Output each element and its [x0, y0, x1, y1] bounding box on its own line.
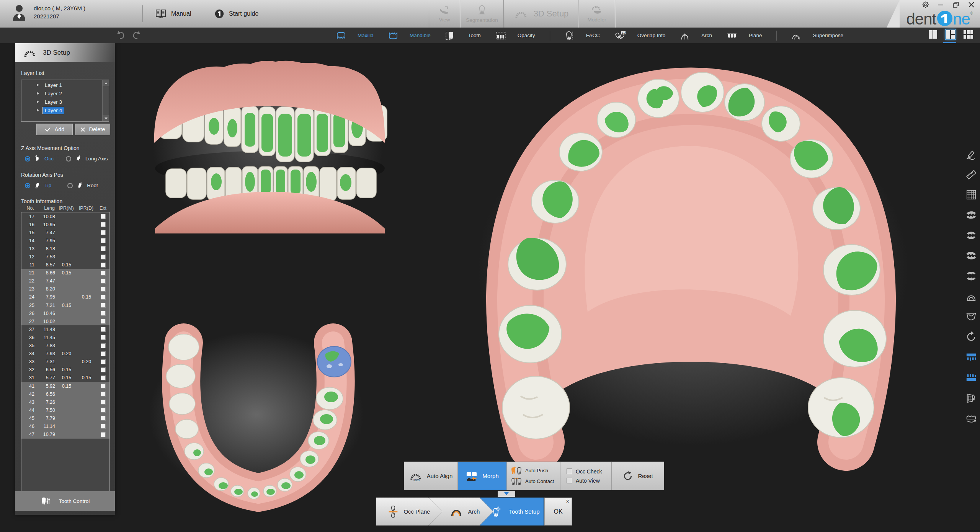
start-guide-button[interactable]: Start guide [214, 0, 258, 28]
layer-list-item[interactable]: Layer 4 [21, 106, 102, 114]
toolbar-arch[interactable]: Arch [680, 31, 712, 40]
layer-expand-icon[interactable] [37, 83, 39, 86]
toolbar-plane[interactable]: Plane [727, 32, 762, 39]
tool-view-frontal[interactable] [964, 228, 978, 242]
nav-3d-setup[interactable]: 3D Setup [504, 0, 578, 28]
ext-checkbox[interactable] [101, 279, 106, 284]
table-row[interactable]: 44 7.50 [21, 406, 109, 414]
ext-checkbox[interactable] [101, 295, 106, 300]
table-row[interactable]: 41 5.92 0.15 [21, 382, 109, 390]
tool-pen[interactable] [964, 147, 978, 161]
ext-checkbox[interactable] [101, 359, 106, 364]
minimize-button[interactable] [937, 2, 944, 8]
auto-push-button[interactable]: Auto Push [507, 466, 560, 475]
reset-button[interactable]: Reset [612, 462, 664, 490]
table-row[interactable]: 15 7.47 [21, 228, 109, 237]
tool-flip-view[interactable] [964, 391, 978, 405]
morph-dropdown-button[interactable] [498, 491, 515, 497]
restore-button[interactable] [952, 2, 959, 8]
scroll-up-icon[interactable] [103, 80, 109, 86]
ext-checkbox[interactable] [101, 246, 106, 251]
ext-checkbox[interactable] [101, 319, 106, 324]
toolbar-overlap-info[interactable]: 1.0 Overlap Info [614, 31, 666, 41]
auto-contact-button[interactable]: Auto Contact [507, 477, 560, 486]
ext-checkbox[interactable] [101, 432, 106, 437]
layout-grid-button[interactable] [963, 29, 973, 39]
close-button[interactable] [968, 2, 975, 8]
toolbar-opacity[interactable]: Opacity [495, 31, 535, 40]
tool-grid[interactable] [964, 188, 978, 202]
layout-quad-button[interactable] [946, 29, 956, 39]
layout-two-pane-button[interactable] [928, 29, 938, 39]
tooth-control-button[interactable]: Tooth Control [15, 491, 115, 511]
tool-view-left-lateral[interactable] [964, 249, 978, 263]
table-row[interactable]: 42 6.56 [21, 390, 109, 398]
tool-show-maxilla[interactable] [964, 350, 978, 364]
ext-checkbox[interactable] [101, 311, 106, 316]
table-row[interactable]: 27 10.02 [21, 317, 109, 325]
table-row[interactable]: 22 7.47 [21, 277, 109, 285]
table-row[interactable]: 26 10.46 [21, 309, 109, 317]
manual-button[interactable]: Manual [155, 0, 191, 28]
layer-list-item[interactable]: Layer 2 [21, 89, 102, 98]
auto-align-button[interactable]: Auto Auto Align [404, 462, 458, 490]
ext-checkbox[interactable] [101, 230, 106, 235]
table-row[interactable]: 47 10.79 [21, 431, 109, 439]
toolbar-superimpose[interactable]: Superimpose [791, 31, 843, 40]
tool-view-maxilla-occlusal[interactable] [964, 289, 978, 303]
layer-expand-icon[interactable] [37, 92, 39, 95]
table-row[interactable]: 31 5.77 0.15 0.15 [21, 374, 109, 382]
scroll-down-icon[interactable] [103, 115, 109, 121]
table-row[interactable]: 21 8.66 0.15 [21, 269, 109, 277]
redo-icon[interactable] [132, 30, 142, 40]
ext-checkbox[interactable] [101, 303, 106, 308]
ext-checkbox[interactable] [101, 214, 106, 219]
nav-modeler[interactable]: Modeler [578, 0, 615, 28]
table-row[interactable]: 32 6.56 0.15 [21, 366, 109, 374]
layer-list-item[interactable]: Layer 1 [21, 81, 102, 89]
render-mandible-occlusal[interactable] [132, 316, 385, 522]
tool-articulation[interactable] [964, 411, 978, 425]
ext-checkbox[interactable] [101, 335, 106, 340]
ext-checkbox[interactable] [101, 367, 106, 372]
tool-reset-view[interactable] [964, 330, 978, 344]
table-row[interactable]: 37 11.48 [21, 325, 109, 333]
add-button[interactable]: Add [36, 124, 73, 135]
toolbar-mandible[interactable]: Mandible [388, 31, 431, 40]
undo-icon[interactable] [115, 30, 126, 40]
table-row[interactable]: 46 11.14 [21, 422, 109, 430]
toolbar-facc[interactable]: FACC [565, 31, 600, 40]
layer-expand-icon[interactable] [37, 109, 39, 112]
layer-expand-icon[interactable] [37, 100, 39, 103]
render-maxilla-occlusal[interactable] [438, 44, 944, 505]
table-row[interactable]: 36 11.45 [21, 333, 109, 341]
ok-button[interactable]: OK X [544, 498, 572, 525]
tool-view-right-lateral[interactable] [964, 208, 978, 222]
table-row[interactable]: 16 10.95 [21, 220, 109, 228]
table-row[interactable]: 12 7.53 [21, 253, 109, 261]
table-row[interactable]: 24 7.95 0.15 [21, 293, 109, 301]
ext-checkbox[interactable] [101, 263, 106, 268]
ext-checkbox[interactable] [101, 287, 106, 292]
table-row[interactable]: 43 7.26 [21, 398, 109, 406]
ext-checkbox[interactable] [101, 383, 106, 388]
occ-radio[interactable] [25, 156, 30, 162]
layer-list-scrollbar[interactable] [102, 80, 109, 121]
delete-button[interactable]: Delete [75, 124, 110, 135]
tool-show-mandible[interactable] [964, 370, 978, 384]
render-front-view[interactable] [144, 55, 394, 233]
tool-view-open-bite[interactable] [964, 269, 978, 283]
nav-segmentation[interactable]: Segmentation [460, 0, 504, 28]
long-axis-radio[interactable] [66, 156, 71, 162]
root-radio[interactable] [67, 183, 73, 188]
ext-checkbox[interactable] [101, 255, 106, 259]
morph-button[interactable]: Morph [458, 462, 507, 490]
tool-view-mandible-occlusal[interactable] [964, 310, 978, 323]
table-row[interactable]: 25 7.21 0.15 [21, 301, 109, 309]
table-row[interactable]: 33 7.31 0.20 [21, 358, 109, 366]
table-row[interactable]: 23 8.20 [21, 285, 109, 293]
settings-button[interactable] [922, 2, 929, 8]
ext-checkbox[interactable] [101, 424, 106, 429]
ext-checkbox[interactable] [101, 222, 106, 227]
ext-checkbox[interactable] [101, 238, 106, 243]
